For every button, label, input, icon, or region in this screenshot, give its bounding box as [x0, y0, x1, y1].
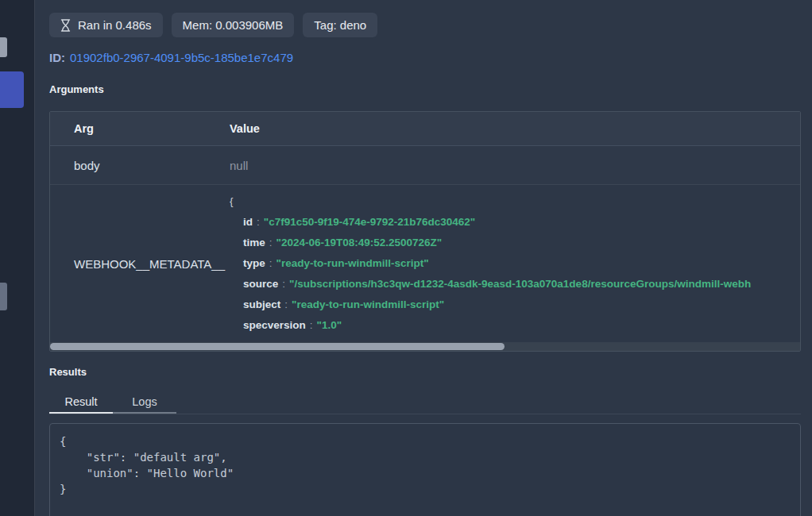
job-id-label: ID: [49, 51, 65, 64]
object-value: "2024-06-19T08:49:52.2500726Z" [276, 237, 443, 248]
object-viewer: { id:"c7f91c50-9f19-474e-9792-21b76dc304… [230, 191, 800, 336]
arguments-table: Arg Value body null WEBHOOK__METADATA__ … [49, 111, 801, 352]
memory-badge-label: Mem: 0.003906MB [183, 18, 284, 32]
object-entry: type:"ready-to-run-windmill-script" [230, 253, 800, 274]
object-key: source [243, 278, 278, 290]
tag-badge: Tag: deno [303, 13, 377, 37]
sidebar-item[interactable] [0, 37, 7, 57]
code-line: "union": "Hello World" [60, 465, 791, 481]
sidebar-item[interactable] [0, 283, 7, 310]
runtime-badge-label: Ran in 0.486s [78, 18, 152, 32]
sidebar-item-active[interactable] [0, 71, 24, 108]
table-row: WEBHOOK__METADATA__ { id:"c7f91c50-9f19-… [50, 185, 800, 342]
arg-name: body [50, 159, 230, 172]
hourglass-icon [60, 19, 71, 32]
object-key: specversion [243, 319, 306, 331]
object-key: subject [243, 298, 280, 310]
arg-name: WEBHOOK__METADATA__ [50, 191, 230, 336]
job-run-page: Ran in 0.486s Mem: 0.003906MB Tag: deno … [0, 0, 812, 516]
open-brace: { [230, 191, 800, 212]
object-key: type [243, 257, 265, 269]
key-value-separator: : [310, 319, 313, 331]
object-key: time [243, 237, 265, 248]
code-line: } [60, 481, 791, 497]
table-row: body null [50, 146, 800, 185]
job-stats-row: Ran in 0.486s Mem: 0.003906MB Tag: deno [49, 13, 377, 37]
result-json-block: { "str": "default arg", "union": "Hello … [49, 423, 801, 516]
scrollbar-thumb[interactable] [50, 343, 505, 350]
object-value: "c7f91c50-9f19-474e-9792-21b76dc30462" [264, 216, 476, 228]
key-value-separator: : [284, 298, 288, 310]
key-value-separator: : [257, 216, 260, 228]
key-value-separator: : [269, 257, 273, 269]
object-value: "/subscriptions/h3c3qw-d1232-4asdk-9easd… [289, 278, 751, 290]
key-value-separator: : [269, 237, 273, 248]
object-entry: source:"/subscriptions/h3c3qw-d1232-4asd… [230, 274, 800, 295]
sidebar [0, 0, 35, 516]
results-heading: Results [49, 366, 87, 378]
tab-result[interactable]: Result [49, 391, 113, 414]
results-tabs: Result Logs [49, 391, 801, 414]
memory-badge: Mem: 0.003906MB [172, 13, 295, 37]
object-value: "1.0" [317, 319, 342, 331]
job-id-value[interactable]: 01902fb0-2967-4091-9b5c-185be1e7c479 [70, 51, 293, 64]
object-value: "ready-to-run-windmill-script" [292, 298, 444, 310]
horizontal-scrollbar[interactable] [50, 342, 800, 351]
object-entry: specversion:"1.0" [230, 315, 800, 336]
object-entry: id:"c7f91c50-9f19-474e-9792-21b76dc30462… [230, 212, 800, 233]
code-line: { [60, 433, 791, 449]
arg-value-null: null [230, 159, 800, 172]
code-line: "str": "default arg", [60, 449, 791, 465]
key-value-separator: : [282, 278, 285, 290]
object-value: "ready-to-run-windmill-script" [276, 257, 429, 269]
tab-logs[interactable]: Logs [113, 391, 176, 414]
col-header-arg: Arg [50, 122, 230, 135]
object-entry: subject:"ready-to-run-windmill-script" [230, 295, 800, 315]
object-entry: time:"2024-06-19T08:49:52.2500726Z" [230, 233, 800, 253]
object-key: id [243, 216, 253, 228]
tag-badge-label: Tag: deno [314, 18, 366, 32]
arguments-heading: Arguments [49, 83, 104, 95]
table-header-row: Arg Value [50, 112, 800, 146]
job-id-line: ID:01902fb0-2967-4091-9b5c-185be1e7c479 [49, 51, 293, 64]
col-header-value: Value [230, 122, 800, 135]
runtime-badge: Ran in 0.486s [49, 13, 163, 37]
